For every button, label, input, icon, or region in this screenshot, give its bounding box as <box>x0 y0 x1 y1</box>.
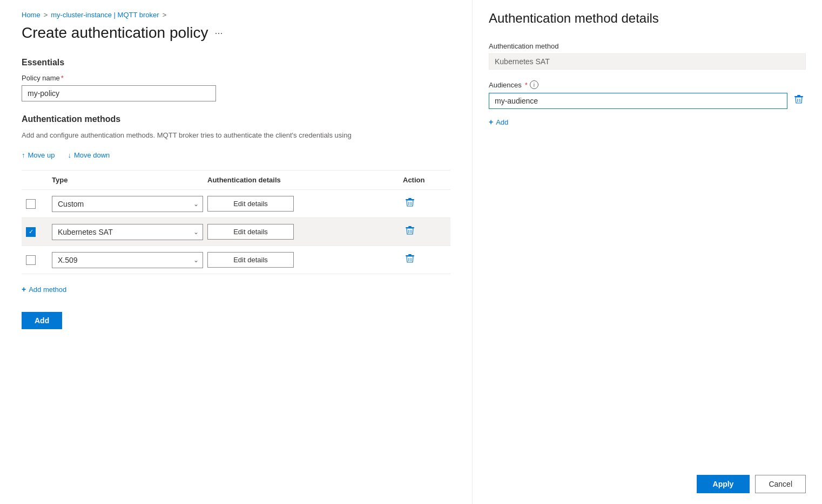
plus-icon: + <box>22 285 26 294</box>
row1-action <box>403 195 446 212</box>
row1-edit-details-button[interactable]: Edit details <box>207 196 294 212</box>
right-panel-actions: Apply Cancel <box>489 475 806 493</box>
essentials-title: Essentials <box>22 58 450 67</box>
auth-method-field-group: Authentication method Kubernetes SAT <box>489 42 806 70</box>
add-audience-button[interactable]: + Add <box>489 115 508 128</box>
page-title-row: Create authentication policy ··· <box>22 24 450 42</box>
svg-rect-4 <box>408 226 412 227</box>
row3-edit-wrapper: Edit details <box>207 252 399 268</box>
checkmark-icon: ✓ <box>29 228 33 235</box>
breadcrumb: Home > my-cluster-instance | MQTT broker… <box>22 11 450 19</box>
row3-type-wrapper: Custom Kubernetes SAT X.509 ⌄ <box>52 252 203 268</box>
move-controls: Move up Move down <box>22 149 450 161</box>
breadcrumb-sep1: > <box>44 11 48 19</box>
row3-type-select[interactable]: Custom Kubernetes SAT X.509 <box>52 252 203 268</box>
svg-rect-12 <box>797 95 800 96</box>
policy-name-label: Policy name* <box>22 74 450 82</box>
audiences-label: Audiences * i <box>489 80 806 89</box>
row2-type-select[interactable]: Custom Kubernetes SAT X.509 <box>52 224 203 240</box>
essentials-section: Essentials Policy name* <box>22 58 450 101</box>
row2-checkbox[interactable]: ✓ <box>26 227 36 237</box>
col-checkbox-header <box>26 176 48 184</box>
auth-methods-title: Authentication methods <box>22 114 450 124</box>
move-down-button[interactable]: Move down <box>68 149 110 161</box>
cancel-button[interactable]: Cancel <box>755 475 806 493</box>
auth-methods-desc: Add and configure authentication methods… <box>22 131 450 140</box>
audience-delete-button[interactable] <box>792 92 806 109</box>
move-up-label: Move up <box>28 151 55 159</box>
right-panel: Authentication method details Authentica… <box>473 0 822 504</box>
add-audience-plus-icon: + <box>489 118 493 126</box>
audience-input[interactable] <box>489 93 787 109</box>
row2-edit-wrapper: Edit details <box>207 224 399 240</box>
row1-checkbox[interactable] <box>26 199 36 209</box>
auth-method-label: Authentication method <box>489 42 806 50</box>
col-auth-details-header: Authentication details <box>207 176 399 184</box>
breadcrumb-sep2: > <box>163 11 167 19</box>
add-method-label: Add method <box>29 285 66 294</box>
row3-checkbox[interactable] <box>26 255 36 265</box>
move-up-button[interactable]: Move up <box>22 149 55 161</box>
svg-rect-8 <box>408 254 412 255</box>
page-title-ellipsis[interactable]: ··· <box>215 28 223 39</box>
row2-action <box>403 223 446 240</box>
table-header: Type Authentication details Action <box>22 171 450 190</box>
arrow-down-icon <box>68 151 71 159</box>
svg-rect-0 <box>408 198 412 199</box>
table-row: Custom Kubernetes SAT X.509 ⌄ Edit detai… <box>22 190 450 218</box>
audiences-field-group: Audiences * i + Add <box>489 80 806 128</box>
page-title: Create authentication policy <box>22 24 208 42</box>
row1-type-select[interactable]: Custom Kubernetes SAT X.509 <box>52 196 203 212</box>
row2-type-wrapper: Custom Kubernetes SAT X.509 ⌄ <box>52 224 203 240</box>
add-audience-label: Add <box>496 118 508 126</box>
policy-name-required: * <box>61 74 64 82</box>
row1-delete-button[interactable] <box>403 195 417 212</box>
breadcrumb-home[interactable]: Home <box>22 11 41 19</box>
apply-button[interactable]: Apply <box>697 475 750 493</box>
left-panel: Home > my-cluster-instance | MQTT broker… <box>0 0 473 504</box>
row2-edit-details-button[interactable]: Edit details <box>207 224 294 240</box>
row3-action <box>403 251 446 268</box>
auth-methods-table: Type Authentication details Action Custo… <box>22 170 450 274</box>
row1-edit-wrapper: Edit details <box>207 196 399 212</box>
arrow-up-icon <box>22 151 25 159</box>
add-button[interactable]: Add <box>22 312 62 329</box>
auth-methods-section: Authentication methods Add and configure… <box>22 114 450 296</box>
add-method-button[interactable]: + Add method <box>22 283 66 296</box>
col-type-header: Type <box>52 176 203 184</box>
policy-name-input[interactable] <box>22 85 216 101</box>
audience-row <box>489 92 806 109</box>
audiences-info-icon[interactable]: i <box>530 80 538 89</box>
move-down-label: Move down <box>74 151 110 159</box>
row3-delete-button[interactable] <box>403 251 417 268</box>
row1-type-wrapper: Custom Kubernetes SAT X.509 ⌄ <box>52 196 203 212</box>
row2-delete-button[interactable] <box>403 223 417 240</box>
col-action-header: Action <box>403 176 446 184</box>
table-row: Custom Kubernetes SAT X.509 ⌄ Edit detai… <box>22 246 450 274</box>
audiences-required: * <box>525 81 528 89</box>
right-panel-title: Authentication method details <box>489 11 806 26</box>
row3-edit-details-button[interactable]: Edit details <box>207 252 294 268</box>
breadcrumb-cluster[interactable]: my-cluster-instance | MQTT broker <box>51 11 159 19</box>
table-row: ✓ Custom Kubernetes SAT X.509 ⌄ Edit det… <box>22 218 450 246</box>
auth-method-value: Kubernetes SAT <box>489 53 806 70</box>
